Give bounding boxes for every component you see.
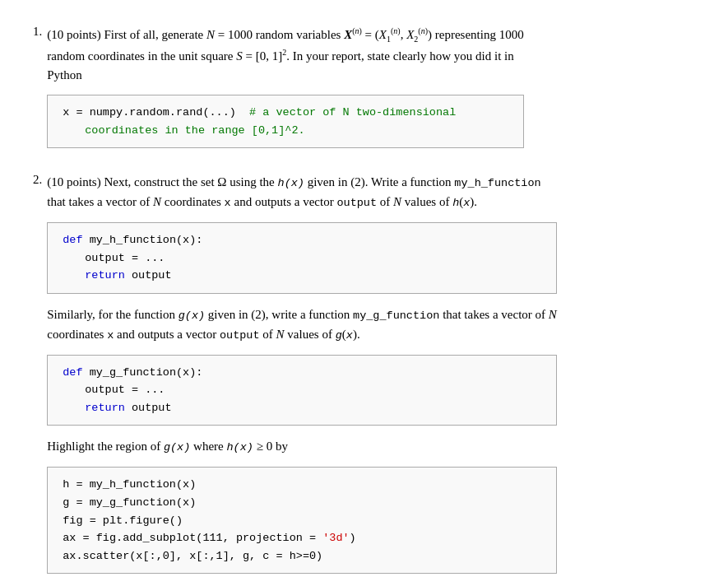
code4-line-3: fig = plt.figure(): [63, 512, 541, 530]
code4-line-4: ax = fig.add_subplot(111, projection = '…: [63, 529, 541, 547]
problem-1-body: (10 points) First of all, generate N = 1…: [47, 25, 523, 160]
problem-1-number: 1.: [33, 25, 42, 160]
code4-line-1: h = my_h_function(x): [63, 476, 541, 494]
code4-line-2: g = my_g_function(x): [63, 494, 541, 512]
code2-line-3: return output: [63, 267, 541, 285]
code2-line-1: def my_h_function(x):: [63, 231, 541, 249]
problem-2-points: (10 points): [47, 175, 100, 188]
problem-2-body: (10 points) Next, construct the set Ω us…: [47, 173, 557, 577]
problem-2-number: 2.: [33, 173, 42, 577]
problem-2-code-block-1: def my_h_function(x): output = ... retur…: [47, 222, 557, 294]
problem-2-code-block-3: h = my_h_function(x) g = my_g_function(x…: [47, 467, 557, 574]
page-content: 1. (10 points) First of all, generate N …: [33, 25, 695, 577]
problem-1: 1. (10 points) First of all, generate N …: [33, 25, 695, 160]
code3-line-1: def my_g_function(x):: [63, 364, 541, 382]
problem-2-similarly-text: Similarly, for the function g(x) given i…: [47, 305, 557, 345]
code3-line-2: output = ...: [63, 381, 541, 399]
code3-line-3: return output: [63, 399, 541, 417]
problem-1-text: (10 points) First of all, generate N = 1…: [47, 25, 523, 85]
problem-2-code-block-2: def my_g_function(x): output = ... retur…: [47, 355, 557, 426]
problem-2-highlight-text: Highlight the region of g(x) where h(x) …: [47, 437, 557, 457]
problem-1-points: (10 points): [47, 28, 100, 41]
code-line-1: x = numpy.random.rand(...) # a vector of…: [63, 104, 508, 122]
problem-2-text: (10 points) Next, construct the set Ω us…: [47, 173, 557, 212]
code4-line-5: ax.scatter(x[:,0], x[:,1], g, c = h>=0): [63, 547, 541, 565]
problem-1-code-block: x = numpy.random.rand(...) # a vector of…: [47, 95, 523, 148]
code2-line-2: output = ...: [63, 249, 541, 268]
problem-2: 2. (10 points) Next, construct the set Ω…: [33, 173, 695, 577]
code-line-2: coordinates in the range [0,1]^2.: [63, 122, 508, 140]
